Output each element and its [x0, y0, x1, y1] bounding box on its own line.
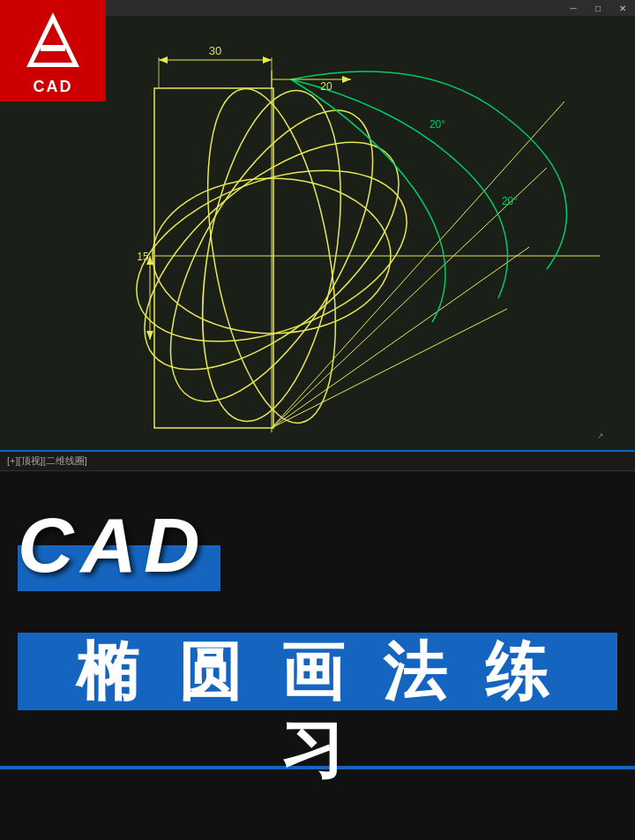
cad-text-container: CAD [18, 506, 617, 584]
svg-text:↗: ↗ [597, 431, 604, 440]
cad-logo-inner [18, 5, 88, 76]
content-area: CAD 椭 圆 画 法 练 习 [0, 471, 635, 797]
viewport-info-bar: [+][顶视][二维线圈] [0, 452, 635, 471]
svg-text:20°: 20° [430, 118, 445, 131]
logo-cad-text: CAD [34, 78, 73, 96]
svg-rect-33 [41, 45, 65, 51]
maximize-button[interactable]: □ [586, 0, 610, 16]
title-text: 椭 圆 画 法 练 习 [18, 633, 617, 788]
svg-text:20°: 20° [502, 195, 518, 207]
title-container: 椭 圆 画 法 练 习 [18, 633, 617, 788]
close-button[interactable]: ✕ [610, 0, 635, 16]
minimize-button[interactable]: ─ [561, 0, 586, 16]
cad-big-text: CAD [18, 506, 617, 584]
svg-text:30: 30 [209, 44, 221, 57]
svg-text:15: 15 [137, 251, 149, 263]
cad-logo: CAD [0, 0, 106, 101]
viewport-info-text: [+][顶视][二维线圈] [7, 454, 87, 468]
bottom-panel: [+][顶视][二维线圈] CAD 椭 圆 画 法 练 习 [0, 450, 635, 840]
svg-text:20: 20 [320, 80, 332, 93]
